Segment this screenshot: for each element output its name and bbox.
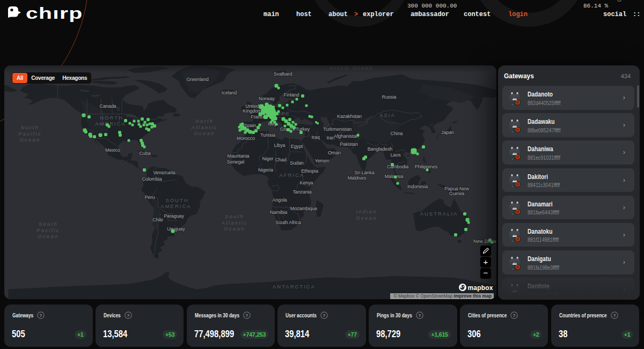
svg-text:?: ? bbox=[419, 313, 421, 318]
svg-text:China: China bbox=[390, 131, 402, 136]
svg-text:Venezuela: Venezuela bbox=[153, 170, 175, 175]
svg-text:ASIA: ASIA bbox=[379, 112, 396, 118]
svg-text:Mauritania: Mauritania bbox=[227, 153, 249, 159]
svg-text:Iraq: Iraq bbox=[311, 135, 319, 140]
svg-text:Cambodia: Cambodia bbox=[387, 164, 408, 169]
svg-text:Egypt: Egypt bbox=[291, 144, 303, 149]
svg-text:Colombia: Colombia bbox=[142, 176, 162, 182]
svg-text:Sudan: Sudan bbox=[290, 160, 304, 166]
svg-text:South: South bbox=[39, 221, 58, 227]
svg-text:Atlantic: Atlantic bbox=[221, 220, 248, 226]
svg-text:AMERICA: AMERICA bbox=[95, 121, 126, 127]
svg-text:Tanzania: Tanzania bbox=[292, 189, 311, 195]
svg-text:NORTH: NORTH bbox=[100, 115, 123, 121]
svg-text:Namibia: Namibia bbox=[270, 210, 287, 215]
svg-text:Iceland: Iceland bbox=[222, 90, 237, 95]
svg-text:ANTARCTICA: ANTARCTICA bbox=[273, 284, 316, 289]
svg-text:Mozambique: Mozambique bbox=[290, 206, 318, 211]
svg-text:South: South bbox=[225, 213, 244, 219]
svg-text:Angola: Angola bbox=[272, 197, 287, 203]
svg-text:Libya: Libya bbox=[274, 143, 285, 148]
svg-text:Finland: Finland bbox=[284, 92, 299, 98]
svg-text:Uruguay: Uruguay bbox=[167, 226, 185, 232]
svg-text:Russia: Russia bbox=[382, 94, 397, 100]
svg-text:North: North bbox=[21, 124, 39, 130]
svg-text:Philippines: Philippines bbox=[415, 164, 438, 169]
svg-text:?: ? bbox=[613, 313, 616, 318]
svg-text:AMERICA: AMERICA bbox=[160, 203, 191, 209]
svg-text:Ocean: Ocean bbox=[38, 233, 59, 239]
svg-text:South Africa: South Africa bbox=[275, 220, 301, 225]
svg-text:Indian: Indian bbox=[356, 209, 377, 214]
svg-text:Ocean: Ocean bbox=[356, 215, 377, 221]
svg-text:Turkmenistan: Turkmenistan bbox=[324, 127, 352, 132]
svg-text:Indonesia: Indonesia bbox=[407, 184, 428, 189]
svg-text:Chad: Chad bbox=[275, 157, 286, 162]
svg-text:Norway: Norway bbox=[259, 96, 275, 101]
svg-text:?: ? bbox=[513, 313, 516, 318]
svg-text:Ocean: Ocean bbox=[20, 137, 41, 143]
svg-text:Bangladesh: Bangladesh bbox=[368, 146, 393, 152]
svg-text:Oman: Oman bbox=[328, 150, 341, 155]
svg-text:Atlantic: Atlantic bbox=[191, 124, 218, 130]
svg-text:AUSTRALIA: AUSTRALIA bbox=[420, 211, 458, 217]
svg-text:Ethiopia: Ethiopia bbox=[301, 168, 318, 174]
svg-text:Guinea: Guinea bbox=[449, 191, 465, 196]
svg-text:Peru: Peru bbox=[145, 195, 155, 200]
svg-text:SOUTH: SOUTH bbox=[165, 197, 188, 203]
svg-text:?: ? bbox=[245, 313, 248, 318]
svg-text:Senegal: Senegal bbox=[227, 159, 244, 165]
svg-text:?: ? bbox=[323, 313, 326, 318]
svg-text:Pacific: Pacific bbox=[36, 227, 60, 233]
svg-text:mapbox: mapbox bbox=[468, 284, 493, 292]
svg-text:Laos: Laos bbox=[390, 152, 401, 158]
svg-text:Malaysia: Malaysia bbox=[385, 174, 404, 179]
svg-text:Turkey: Turkey bbox=[296, 127, 310, 132]
svg-text:Cuba: Cuba bbox=[139, 151, 150, 156]
svg-text:Ocean: Ocean bbox=[194, 130, 215, 136]
svg-text:Paraguay: Paraguay bbox=[164, 213, 184, 219]
svg-text:Canada: Canada bbox=[100, 103, 116, 109]
svg-text:Morocco: Morocco bbox=[237, 136, 255, 141]
svg-text:Niger: Niger bbox=[262, 156, 273, 161]
svg-text:Tunisia: Tunisia bbox=[260, 132, 275, 138]
svg-text:Japan: Japan bbox=[441, 130, 454, 135]
svg-text:Afghanistan: Afghanistan bbox=[334, 133, 359, 139]
svg-text:Mexico: Mexico bbox=[105, 147, 120, 153]
svg-text:Pakistan: Pakistan bbox=[340, 142, 358, 147]
svg-text:Kazakhstan: Kazakhstan bbox=[337, 114, 362, 119]
svg-text:Greenland: Greenland bbox=[186, 77, 208, 82]
svg-text:?: ? bbox=[127, 313, 129, 318]
svg-text:?: ? bbox=[40, 313, 42, 318]
svg-text:Kenya: Kenya bbox=[299, 180, 313, 185]
svg-text:North: North bbox=[195, 118, 214, 124]
svg-text:Pacific: Pacific bbox=[18, 131, 41, 137]
svg-text:Yemen: Yemen bbox=[314, 158, 329, 164]
svg-text:Chile: Chile bbox=[152, 217, 163, 222]
svg-text:Maldives: Maldives bbox=[348, 175, 367, 181]
svg-text:Nigeria: Nigeria bbox=[258, 167, 273, 173]
svg-text:Ocean: Ocean bbox=[224, 226, 245, 232]
svg-text:Sri Lanka: Sri Lanka bbox=[354, 170, 374, 175]
